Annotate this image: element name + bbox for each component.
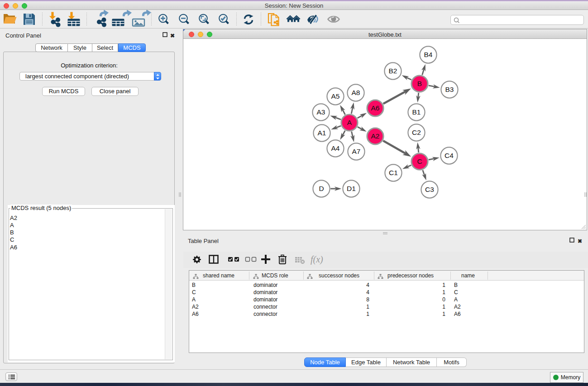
svg-text:A7: A7 [352,148,361,155]
svg-text:A2: A2 [371,132,380,140]
svg-text:C2: C2 [412,129,421,136]
svg-text:A1: A1 [318,129,326,137]
svg-text:A6: A6 [371,104,380,112]
svg-text:D: D [319,185,324,192]
svg-text:B1: B1 [412,108,421,116]
svg-text:C1: C1 [389,169,398,176]
svg-text:B3: B3 [445,86,454,93]
svg-text:A: A [347,119,352,126]
svg-text:A4: A4 [331,144,340,152]
svg-text:A8: A8 [352,89,360,96]
svg-text:A3: A3 [317,108,325,116]
svg-text:A5: A5 [331,92,340,100]
svg-text:C4: C4 [445,152,454,159]
svg-text:C3: C3 [425,186,434,193]
svg-text:B4: B4 [424,51,433,58]
svg-text:B2: B2 [389,67,397,75]
svg-text:D1: D1 [347,185,356,192]
svg-text:B: B [417,80,422,87]
svg-text:C: C [417,157,422,165]
